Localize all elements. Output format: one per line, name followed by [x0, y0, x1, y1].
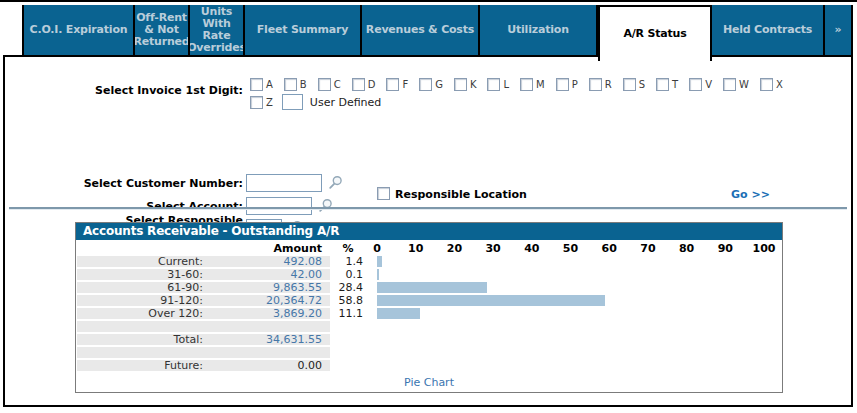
select-account-input[interactable] — [246, 197, 312, 215]
checkbox-label: P — [572, 78, 578, 91]
row-label-61-90: 61-90: — [76, 282, 203, 293]
invoice-digit-option-w: W — [723, 78, 749, 91]
checkbox-b[interactable] — [284, 78, 297, 91]
checkbox-label: V — [705, 78, 712, 91]
amount-column-header: Amount — [226, 242, 322, 255]
amount-over-120[interactable]: 3,869.20 — [206, 308, 322, 319]
amount-current[interactable]: 492.08 — [206, 256, 322, 267]
checkbox-w[interactable] — [723, 78, 736, 91]
invoice-digit-option-s: S — [623, 78, 645, 91]
checkbox-g[interactable] — [419, 78, 432, 91]
pie-chart-link[interactable]: Pie Chart — [76, 376, 782, 389]
checkbox-c[interactable] — [318, 78, 331, 91]
tab-utilization[interactable]: Utilization — [480, 5, 598, 55]
invoice-digit-option-f: F — [386, 78, 408, 91]
go-button[interactable]: Go >> — [731, 188, 770, 201]
divider — [9, 207, 847, 209]
invoice-digit-option-m: M — [520, 78, 545, 91]
axis-tick-10: 10 — [408, 242, 423, 255]
checkbox-t[interactable] — [656, 78, 669, 91]
responsible-location-checkbox[interactable] — [377, 187, 390, 200]
tab-units-with-rate-overrides[interactable]: Units With Rate Overrides — [190, 5, 245, 55]
invoice-digit-option-k: K — [454, 78, 477, 91]
checkbox-label: M — [536, 78, 545, 91]
checkbox-f[interactable] — [386, 78, 399, 91]
invoice-digit-label: Select Invoice 1st Digit: — [5, 84, 243, 97]
checkbox-l[interactable] — [487, 78, 500, 91]
checkbox-d[interactable] — [352, 78, 365, 91]
search-magnifier-icon[interactable] — [328, 175, 343, 190]
select-customer-number-label: Select Customer Number: — [5, 177, 243, 190]
row-label-31-60: 31-60: — [76, 269, 203, 280]
invoice-digit-option-l: L — [487, 78, 509, 91]
select-customer-number-input[interactable] — [246, 174, 322, 192]
checkbox-x[interactable] — [760, 78, 773, 91]
row-label-future: Future: — [76, 360, 203, 371]
percent-61-90: 28.4 — [331, 282, 363, 293]
amount-future: 0.00 — [206, 360, 322, 371]
search-magnifier-icon[interactable] — [318, 198, 333, 213]
invoice-digit-option-z: Z — [250, 96, 273, 109]
tab-fleet-summary[interactable]: Fleet Summary — [245, 5, 362, 55]
axis-tick-100: 100 — [753, 242, 776, 255]
bar-91-120 — [377, 295, 605, 306]
bar-current — [377, 256, 382, 267]
percent-over-120: 11.1 — [331, 308, 363, 319]
checkbox-z[interactable] — [250, 96, 263, 109]
checkbox-s[interactable] — [623, 78, 636, 91]
tab-a-r-status[interactable]: A/R Status — [598, 5, 712, 61]
percent-current: 1.4 — [331, 256, 363, 267]
checkbox-k[interactable] — [454, 78, 467, 91]
checkbox-m[interactable] — [520, 78, 533, 91]
checkbox-a[interactable] — [250, 78, 263, 91]
amount-total[interactable]: 34,631.55 — [206, 334, 322, 345]
checkbox-label: R — [605, 78, 612, 91]
invoice-digit-option-x: X — [760, 78, 783, 91]
row-shading — [77, 347, 330, 358]
checkbox-label: B — [300, 78, 307, 91]
ar-panel-title: Accounts Receivable - Outstanding A/R — [76, 223, 782, 240]
row-shading — [77, 321, 330, 332]
checkbox-v[interactable] — [689, 78, 702, 91]
checkbox-label: C — [334, 78, 341, 91]
tab-held-contracts[interactable]: Held Contracts — [712, 5, 825, 55]
invoice-digit-option-p: P — [556, 78, 578, 91]
invoice-digit-option-d: D — [352, 78, 376, 91]
axis-tick-80: 80 — [679, 242, 694, 255]
checkbox-label: D — [368, 78, 376, 91]
axis-tick-60: 60 — [602, 242, 617, 255]
checkbox-label: T — [672, 78, 678, 91]
invoice-digit-option-c: C — [318, 78, 341, 91]
axis-tick-90: 90 — [718, 242, 733, 255]
tab-off-rent-not-returned[interactable]: Off-Rent & Not Returned — [135, 5, 190, 55]
tab-revenues-costs[interactable]: Revenues & Costs — [362, 5, 480, 55]
invoice-digit-option-v: V — [689, 78, 712, 91]
amount-91-120[interactable]: 20,364.72 — [206, 295, 322, 306]
checkbox-label: W — [739, 78, 749, 91]
invoice-digit-option-t: T — [656, 78, 678, 91]
axis-tick-30: 30 — [485, 242, 500, 255]
amount-31-60[interactable]: 42.00 — [206, 269, 322, 280]
tab-bar: C.O.I. ExpirationOff-Rent & Not Returned… — [22, 5, 853, 55]
checkbox-p[interactable] — [556, 78, 569, 91]
row-label-over-120: Over 120: — [76, 308, 203, 319]
invoice-digit-checkbox-row-2: ZUser Defined — [250, 94, 381, 110]
amount-61-90[interactable]: 9,863.55 — [206, 282, 322, 293]
ar-panel: Accounts Receivable - Outstanding A/R Am… — [75, 222, 783, 393]
responsible-location-label: Responsible Location — [395, 188, 527, 201]
checkbox-label: Z — [266, 96, 273, 109]
axis-tick-50: 50 — [563, 242, 578, 255]
checkbox-r[interactable] — [589, 78, 602, 91]
user-defined-input[interactable] — [282, 94, 303, 110]
checkbox-label: S — [639, 78, 645, 91]
row-label-91-120: 91-120: — [76, 295, 203, 306]
ar-aging-table: Amount % 0102030405060708090100 Current:… — [76, 240, 782, 392]
percent-91-120: 58.8 — [331, 295, 363, 306]
axis-tick-20: 20 — [447, 242, 462, 255]
invoice-digit-checkbox-row-1: ABCDFGKLMPRSTVWX — [250, 78, 783, 91]
tab-more[interactable]: » — [825, 5, 853, 55]
percent-column-header: % — [331, 242, 365, 255]
window-top-border — [0, 0, 857, 2]
percent-31-60: 0.1 — [331, 269, 363, 280]
tab-c-o-i-expiration[interactable]: C.O.I. Expiration — [22, 5, 135, 55]
